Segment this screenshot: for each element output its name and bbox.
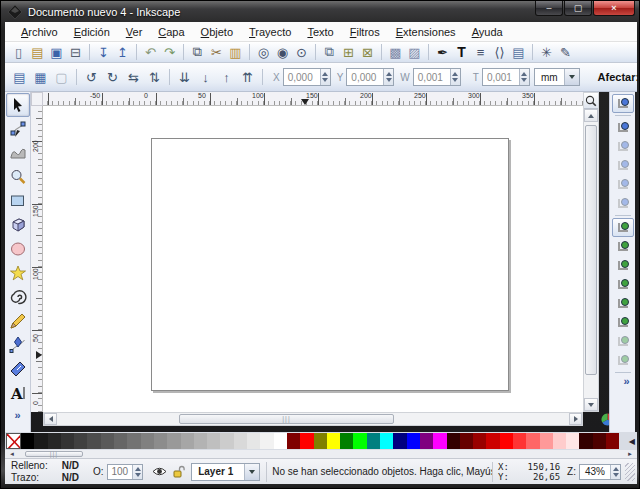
x-field[interactable]: 0,000 — [283, 68, 331, 86]
vertical-scrollbar[interactable] — [583, 92, 599, 412]
snap-midpoints-toggle[interactable] — [612, 313, 634, 332]
document-properties-button[interactable]: ✎ — [556, 43, 575, 61]
scroll-up-arrow[interactable] — [584, 109, 598, 122]
swatch[interactable] — [473, 433, 486, 449]
raise-to-top-button[interactable]: ⇈ — [237, 67, 258, 88]
snap-paths-toggle[interactable] — [612, 237, 634, 256]
swatch[interactable] — [433, 433, 446, 449]
swatch[interactable] — [194, 433, 207, 449]
swatch[interactable] — [606, 433, 619, 449]
tool-zoom[interactable] — [6, 165, 30, 189]
zoom-field[interactable]: 43% — [579, 464, 621, 480]
swatch[interactable] — [500, 433, 513, 449]
horizontal-scrollbar[interactable]: ||| — [43, 412, 583, 426]
lower-to-bottom-button[interactable]: ⇊ — [174, 67, 195, 88]
zoom-page-button[interactable]: ⊙ — [292, 43, 311, 61]
print-button[interactable]: ⊟ — [66, 43, 85, 61]
swatch[interactable] — [460, 433, 473, 449]
menu-filtros[interactable]: Filtros — [342, 24, 388, 40]
snap-path-intersections-toggle[interactable] — [612, 256, 634, 275]
swatch[interactable] — [540, 433, 553, 449]
menu-extensiones[interactable]: Extensiones — [388, 24, 464, 40]
vertical-ruler[interactable]: 200150100500 — [31, 106, 43, 412]
swatch[interactable] — [380, 433, 393, 449]
layer-visibility-toggle[interactable] — [152, 466, 167, 477]
unlink-clone-button[interactable]: ⊠ — [358, 43, 377, 61]
save-document-button[interactable]: ▣ — [47, 43, 66, 61]
text-dialog-button[interactable]: T — [452, 43, 471, 61]
palette-scrollbar[interactable]: ◄ ||| ► — [5, 450, 637, 458]
menu-texto[interactable]: Texto — [299, 24, 341, 40]
zoom-spinner[interactable] — [610, 465, 620, 479]
duplicate-button[interactable]: ⧉ — [320, 43, 339, 61]
toolbox-overflow-chevron[interactable]: » — [14, 409, 20, 421]
opacity-field[interactable]: 100 — [107, 464, 144, 480]
ungroup-objects-button[interactable]: ▨ — [405, 43, 424, 61]
preferences-button[interactable]: ✳ — [537, 43, 556, 61]
swatch[interactable] — [407, 433, 420, 449]
swatch[interactable] — [34, 433, 47, 449]
menu-ver[interactable]: Ver — [118, 24, 151, 40]
horizontal-ruler[interactable]: -50050100150200250300350 — [43, 92, 583, 106]
swatch[interactable] — [367, 433, 380, 449]
swatch[interactable] — [141, 433, 154, 449]
swatch[interactable] — [114, 433, 127, 449]
swatch[interactable] — [21, 433, 34, 449]
snap-cusp-nodes-toggle[interactable] — [612, 275, 634, 294]
new-document-button[interactable]: ▯ — [9, 43, 28, 61]
menu-ayuda[interactable]: Ayuda — [464, 24, 511, 40]
swatch[interactable] — [579, 433, 592, 449]
palette-scroll-right-arrow[interactable]: ► — [623, 451, 637, 457]
swatch[interactable] — [340, 433, 353, 449]
snap-object-centers-toggle[interactable] — [612, 332, 634, 351]
swatch[interactable] — [274, 433, 287, 449]
tool-spiral[interactable] — [6, 285, 30, 309]
undo-button[interactable]: ↶ — [141, 43, 160, 61]
snap-enable-toggle[interactable] — [612, 94, 634, 113]
copy-button[interactable]: ⧉ — [188, 43, 207, 61]
swatch[interactable] — [566, 433, 579, 449]
layer-dropdown-arrow[interactable] — [244, 464, 259, 480]
snapbar-overflow-chevron[interactable]: » — [623, 375, 629, 387]
height-field[interactable]: 0,001 — [482, 68, 530, 86]
palette-scrollbar-thumb[interactable]: ||| — [25, 451, 83, 457]
layer-lock-toggle[interactable] — [173, 465, 185, 478]
swatch[interactable] — [181, 433, 194, 449]
select-all-button[interactable]: ▤ — [9, 67, 30, 88]
y-field-spinner[interactable] — [383, 69, 393, 85]
swatch[interactable] — [287, 433, 300, 449]
swatch[interactable] — [48, 433, 61, 449]
y-field[interactable]: 0,000 — [346, 68, 394, 86]
swatch[interactable] — [167, 433, 180, 449]
swatch[interactable] — [101, 433, 114, 449]
swatch[interactable] — [526, 433, 539, 449]
swatch[interactable] — [154, 433, 167, 449]
tool-node-editor[interactable] — [6, 117, 30, 141]
minimize-button[interactable]: – — [535, 1, 563, 16]
tool-rectangle[interactable] — [6, 189, 30, 213]
document-page[interactable] — [151, 138, 509, 391]
swatch[interactable] — [300, 433, 313, 449]
swatch[interactable] — [220, 433, 233, 449]
menu-objeto[interactable]: Objeto — [193, 24, 241, 40]
swatch[interactable] — [553, 433, 566, 449]
palette-scroll-left-arrow[interactable]: ◄ — [5, 451, 19, 457]
close-button[interactable]: × — [593, 1, 635, 16]
snap-rotation-centers-toggle[interactable] — [612, 351, 634, 370]
flip-horizontal-button[interactable]: ⇆ — [123, 67, 144, 88]
select-all-layers-button[interactable]: ▦ — [30, 67, 51, 88]
swatch[interactable] — [74, 433, 87, 449]
tool-pencil[interactable] — [6, 309, 30, 333]
tool-bezier-pen[interactable] — [6, 333, 30, 357]
tool-star[interactable] — [6, 261, 30, 285]
tool-text[interactable]: A — [6, 381, 30, 405]
fill-stroke-dialog-button[interactable]: ✒ — [433, 43, 452, 61]
snap-bbox-edge-midpoints-toggle[interactable] — [612, 175, 634, 194]
open-document-button[interactable]: ▤ — [28, 43, 47, 61]
fill-stroke-indicator[interactable]: Relleno: N/D Trazo: N/D — [5, 460, 87, 484]
tool-calligraphy[interactable] — [6, 357, 30, 381]
menu-edicion[interactable]: Edición — [66, 24, 118, 40]
menu-capa[interactable]: Capa — [150, 24, 192, 40]
redo-button[interactable]: ↷ — [160, 43, 179, 61]
vertical-scrollbar-thumb[interactable] — [585, 125, 597, 375]
